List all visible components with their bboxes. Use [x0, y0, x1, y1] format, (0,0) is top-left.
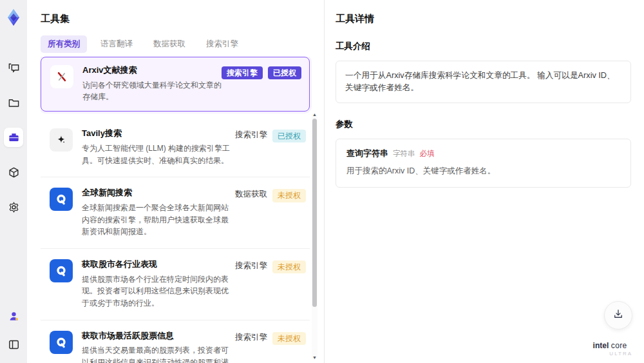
download-icon [612, 308, 624, 322]
required-flag: 必填 [420, 149, 435, 159]
brand-core-text: core [609, 341, 627, 350]
category-label: 搜索引擎 [235, 130, 267, 141]
brand-ultra-text: ULTRA [587, 351, 632, 357]
app-logo-diamond-icon[interactable] [4, 8, 23, 27]
scroll-up-icon[interactable]: ▲ [312, 112, 317, 117]
tool-card-tavily[interactable]: Tavily搜索 专为人工智能代理 (LLM) 构建的搜索引擎工具。可快速提供实… [41, 118, 310, 177]
category-label: 搜索引擎 [235, 260, 267, 271]
tavily-star-icon [50, 128, 73, 152]
left-rail [0, 0, 27, 363]
auth-status-badge: 已授权 [272, 130, 306, 142]
tool-intro-text: 一个用于从Arxiv存储库搜索科学论文和文章的工具。 输入可以是Arxiv ID… [336, 61, 631, 103]
category-label: 数据获取 [235, 189, 267, 200]
tool-name: 获取股市各行业表现 [82, 259, 235, 270]
category-label: 搜索引擎 [235, 332, 267, 343]
page-title: 工具集 [27, 0, 324, 25]
chat-icon [8, 62, 20, 74]
tool-detail-panel: 工具详情 工具介绍 一个用于从Arxiv存储库搜索科学论文和文章的工具。 输入可… [324, 0, 644, 363]
parameter-card: 查询字符串 字符串 必填 用于搜索的Arxiv ID、关键字或作者姓名。 [336, 139, 631, 188]
tab-search-engine[interactable]: 搜索引擎 [199, 35, 245, 53]
list-scrollbar[interactable]: ▲ ▼ [312, 113, 317, 359]
quark-logo-icon [50, 188, 73, 211]
sidebar-item-collapse[interactable] [4, 335, 23, 354]
tool-name: 全球新闻搜索 [82, 188, 235, 199]
user-avatar-icon [8, 310, 20, 322]
tools-panel: 工具集 所有类别 语言翻译 数据获取 搜索引擎 Arxiv文献搜索 访问各个研究… [27, 0, 324, 363]
scroll-down-icon[interactable]: ▼ [312, 355, 317, 360]
tool-description: 访问各个研究领域大量科学论文和文章的存储库。 [82, 79, 222, 103]
auth-status-badge: 未授权 [272, 332, 306, 345]
tool-card-most-active-stocks[interactable]: 获取市场最活跃股票信息 提供当天交易量最高的股票列表，投资者可以利用这些信息来识… [41, 320, 310, 363]
toolbox-icon [8, 132, 20, 144]
auth-status-badge: 未授权 [272, 260, 306, 273]
folder-icon [8, 97, 20, 109]
download-button[interactable] [604, 301, 632, 329]
tab-all-categories[interactable]: 所有类别 [41, 35, 87, 53]
brand-intel-text: intel [593, 341, 609, 350]
sidebar-item-chat[interactable] [4, 58, 23, 77]
parameter-name: 查询字符串 [346, 148, 388, 159]
sidebar-item-account[interactable] [4, 306, 23, 326]
intel-core-logo: intel core ULTRA [587, 341, 632, 357]
tool-list: Arxiv文献搜索 访问各个研究领域大量科学论文和文章的存储库。 搜索引擎 已授… [41, 57, 317, 363]
tool-name: Tavily搜索 [82, 128, 235, 139]
tab-language-translation[interactable]: 语言翻译 [93, 35, 140, 53]
sidebar-item-settings[interactable] [4, 197, 23, 217]
category-badge[interactable]: 搜索引擎 [222, 66, 263, 79]
quark-logo-icon [50, 331, 73, 354]
tool-card-sector-performance[interactable]: 获取股市各行业表现 提供股票市场各个行业在特定时间段内的表现。投资者可以利用这些… [41, 249, 310, 320]
parameter-description: 用于搜索的Arxiv ID、关键字或作者姓名。 [346, 165, 620, 177]
detail-title: 工具详情 [336, 13, 631, 25]
tool-description: 专为人工智能代理 (LLM) 构建的搜索引擎工具。可快速提供实时、准确和真实的结… [82, 142, 235, 166]
gear-icon [8, 201, 20, 213]
sidebar-item-plugins[interactable] [4, 162, 23, 182]
scrollbar-thumb[interactable] [312, 119, 317, 307]
sidebar-item-tools[interactable] [4, 128, 23, 147]
intro-section-title: 工具介绍 [336, 41, 631, 52]
parameter-type: 字符串 [393, 149, 415, 159]
category-tabs: 所有类别 语言翻译 数据获取 搜索引擎 [41, 35, 324, 53]
arxiv-logo-icon [50, 65, 73, 88]
tab-data-fetch[interactable]: 数据获取 [146, 35, 193, 53]
panel-toggle-icon [8, 338, 20, 351]
quark-logo-icon [50, 259, 73, 282]
auth-status-badge[interactable]: 已授权 [268, 66, 301, 79]
tool-description: 全球新闻搜索是一个聚合全球各大新闻网站内容的搜索引擎，帮助用户快速获取全球最新资… [82, 202, 235, 238]
tool-card-arxiv[interactable]: Arxiv文献搜索 访问各个研究领域大量科学论文和文章的存储库。 搜索引擎 已授… [41, 57, 310, 112]
params-section-title: 参数 [336, 119, 631, 130]
tool-description: 提供当天交易量最高的股票列表，投资者可以利用这些信息来识别流动性强的股票和潜在的… [82, 344, 235, 363]
tool-name: Arxiv文献搜索 [82, 65, 222, 76]
tool-description: 提供股票市场各个行业在特定时间段内的表现。投资者可以利用这些信息来识别表现优于或… [82, 273, 235, 309]
tool-card-global-news[interactable]: 全球新闻搜索 全球新闻搜索是一个聚合全球各大新闻网站内容的搜索引擎，帮助用户快速… [41, 177, 310, 249]
tool-name: 获取市场最活跃股票信息 [82, 331, 235, 342]
auth-status-badge: 未授权 [272, 189, 306, 202]
cube-icon [8, 166, 20, 179]
sidebar-item-files[interactable] [4, 93, 23, 112]
